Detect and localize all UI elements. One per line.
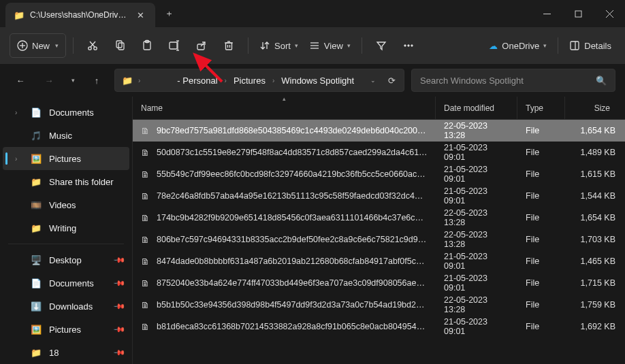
sidebar-item[interactable]: 📁Share this folder bbox=[3, 170, 129, 193]
up-button[interactable]: ↑ bbox=[86, 69, 108, 91]
file-icon: 🗎 bbox=[141, 126, 150, 136]
file-list-pane: ▴Name Date modified Type Size 🗎9bc78ed75… bbox=[133, 97, 625, 364]
search-placeholder: Search Windows Spotlight bbox=[420, 76, 596, 86]
svg-rect-1 bbox=[575, 11, 581, 17]
svg-rect-19 bbox=[197, 44, 204, 50]
sidebar-item[interactable]: 🎵Music bbox=[3, 124, 129, 147]
copy-button[interactable] bbox=[108, 33, 132, 58]
new-tab-button[interactable]: ＋ bbox=[155, 0, 182, 27]
svg-point-7 bbox=[89, 47, 91, 50]
refresh-button[interactable]: ⟳ bbox=[384, 76, 400, 86]
file-icon: 🗎 bbox=[141, 257, 150, 267]
navigation-row: ← → ▾ ↑ 📁 › - Personal › Pictures › Wind… bbox=[0, 64, 625, 97]
delete-button[interactable] bbox=[217, 33, 241, 58]
close-tab-icon[interactable]: ✕ bbox=[134, 9, 147, 22]
breadcrumb-segment[interactable]: Pictures bbox=[229, 73, 270, 88]
tab-title: C:\Users\shash\OneDrive\Pictu bbox=[30, 10, 129, 20]
sidebar-item[interactable]: ›📄Documents bbox=[3, 101, 129, 124]
chevron-down-icon: ▾ bbox=[347, 42, 351, 49]
chevron-down-icon: ▾ bbox=[55, 42, 59, 49]
address-bar[interactable]: 📁 › - Personal › Pictures › Windows Spot… bbox=[114, 69, 404, 92]
sort-button[interactable]: Sort ▾ bbox=[255, 33, 302, 58]
file-icon: 🗎 bbox=[141, 191, 150, 201]
close-window-button[interactable] bbox=[594, 0, 625, 27]
file-icon: 🗎 bbox=[141, 235, 150, 245]
cut-button[interactable] bbox=[80, 33, 105, 58]
file-row[interactable]: 🗎9bc78ed7575a981dfd868e504385469c1c4493d… bbox=[133, 120, 625, 142]
sidebar-item[interactable]: ›🖼️Pictures bbox=[3, 147, 129, 170]
svg-rect-15 bbox=[170, 42, 177, 49]
file-icon: 🗎 bbox=[141, 278, 150, 288]
share-button[interactable] bbox=[189, 33, 214, 58]
recent-dropdown[interactable]: ▾ bbox=[67, 69, 79, 91]
sidebar-quick-item[interactable]: 🖥️Desktop📌 bbox=[3, 248, 129, 271]
breadcrumb-segment[interactable]: - Personal bbox=[173, 73, 221, 88]
file-icon: 🗎 bbox=[141, 300, 150, 310]
more-button[interactable] bbox=[396, 33, 421, 58]
search-input[interactable]: Search Windows Spotlight 🔍 bbox=[411, 69, 615, 92]
column-headers: ▴Name Date modified Type Size bbox=[133, 97, 625, 120]
forward-button[interactable]: → bbox=[38, 69, 60, 91]
file-icon: 🗎 bbox=[141, 213, 150, 223]
svg-point-29 bbox=[404, 45, 406, 46]
breadcrumb-segment[interactable]: Windows Spotlight bbox=[277, 73, 358, 88]
sidebar-quick-item[interactable]: 📁18📌 bbox=[3, 341, 129, 364]
sidebar-quick-item[interactable]: 📄Documents📌 bbox=[3, 271, 129, 295]
chevron-down-icon: ▾ bbox=[543, 42, 547, 49]
file-row[interactable]: 🗎8752040e33b4a624e774ff47033bd449e6f3ea7… bbox=[133, 272, 625, 294]
file-row[interactable]: 🗎174bc9b4282f9b9209e651418d85456c0f3aea6… bbox=[133, 207, 625, 229]
folder-icon: 📁 bbox=[119, 76, 135, 86]
new-button[interactable]: New ▾ bbox=[10, 33, 66, 58]
sidebar-item[interactable]: 📁Writing bbox=[3, 216, 129, 239]
file-icon: 🗎 bbox=[141, 322, 150, 332]
paste-button[interactable] bbox=[135, 33, 159, 58]
file-row[interactable]: 🗎b5b1b50c33e94356d398d98b4f5497dd9f3d2d3… bbox=[133, 294, 625, 316]
svg-rect-21 bbox=[226, 43, 232, 50]
back-button[interactable]: ← bbox=[10, 69, 31, 91]
command-bar: New ▾ Sort ▾ View ▾ ☁ OneDrive ▾ Details bbox=[0, 27, 625, 64]
search-icon: 🔍 bbox=[596, 76, 607, 86]
file-icon: 🗎 bbox=[141, 169, 150, 180]
rename-button[interactable] bbox=[162, 33, 187, 58]
svg-rect-11 bbox=[116, 41, 122, 48]
folder-icon: 📁 bbox=[14, 10, 25, 20]
sidebar-quick-item[interactable]: 🖼️Pictures📌 bbox=[3, 318, 129, 341]
onedrive-button[interactable]: ☁ OneDrive ▾ bbox=[485, 33, 551, 58]
file-row[interactable]: 🗎78e2c46a8fdb57aba44a95e16213b51113c95c5… bbox=[133, 185, 625, 207]
file-row[interactable]: 🗎8474dade0b8bbbbf631a487a6b2019ab212680b… bbox=[133, 250, 625, 272]
file-row[interactable]: 🗎806be7c597c94694331b8335acc2b9def50fee2… bbox=[133, 229, 625, 250]
column-type[interactable]: Type bbox=[517, 97, 565, 119]
navigation-pane: ›📄Documents🎵Music›🖼️Pictures📁Share this … bbox=[0, 97, 133, 364]
breadcrumb-segment[interactable] bbox=[143, 73, 170, 88]
maximize-button[interactable] bbox=[562, 0, 594, 27]
column-date[interactable]: Date modified bbox=[436, 97, 517, 119]
view-button[interactable]: View ▾ bbox=[305, 33, 355, 58]
minimize-button[interactable] bbox=[531, 0, 562, 27]
sidebar-item[interactable]: 🎞️Videos bbox=[3, 193, 129, 216]
file-row[interactable]: 🗎50d0873c1c5519e8e279f548f8ac4dd83571c8d… bbox=[133, 142, 625, 163]
tab[interactable]: 📁 C:\Users\shash\OneDrive\Pictu ✕ bbox=[5, 3, 155, 27]
svg-rect-12 bbox=[118, 43, 124, 50]
column-name[interactable]: ▴Name bbox=[133, 97, 436, 119]
file-row[interactable]: 🗎55b549c7df99eec86fc0bcd98fc32974660a421… bbox=[133, 163, 625, 185]
svg-line-10 bbox=[90, 42, 95, 47]
filter-button[interactable] bbox=[369, 33, 394, 58]
chevron-down-icon: ▾ bbox=[295, 42, 298, 49]
cloud-icon: ☁ bbox=[489, 41, 498, 51]
sidebar-quick-item[interactable]: ⬇️Downloads📌 bbox=[3, 295, 129, 318]
svg-point-8 bbox=[94, 47, 97, 50]
chevron-down-icon[interactable]: ⌄ bbox=[365, 77, 381, 84]
svg-point-31 bbox=[411, 45, 413, 46]
file-icon: 🗎 bbox=[141, 148, 150, 158]
column-size[interactable]: Size bbox=[565, 97, 618, 119]
svg-rect-32 bbox=[571, 42, 579, 50]
svg-line-9 bbox=[91, 42, 95, 47]
svg-point-30 bbox=[408, 45, 409, 46]
title-bar: 📁 C:\Users\shash\OneDrive\Pictu ✕ ＋ bbox=[0, 0, 625, 27]
file-row[interactable]: 🗎b81d6eca83cc61368b70214533882a928a8cf91… bbox=[133, 316, 625, 337]
details-pane-button[interactable]: Details bbox=[565, 33, 615, 58]
